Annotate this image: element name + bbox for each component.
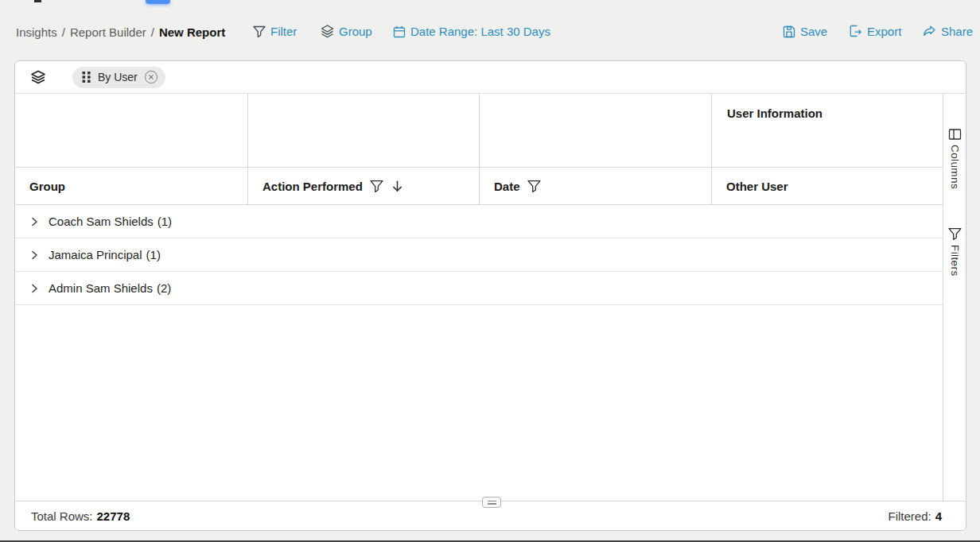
drag-line: [488, 501, 496, 502]
group-row-jamaica-principal[interactable]: Jamaica Principal (1): [15, 238, 945, 272]
date-range-button[interactable]: Date Range: Last 30 Days: [393, 25, 550, 38]
breadcrumb-insights[interactable]: Insights: [16, 25, 57, 39]
filter-icon: [253, 25, 266, 38]
side-panel-tabs: Columns Filters: [943, 94, 966, 501]
group-button-label: Group: [339, 25, 372, 38]
tab-filters-label: Filters: [949, 245, 961, 277]
breadcrumb-report-builder[interactable]: Report Builder: [70, 25, 146, 39]
total-rows-value: 22778: [97, 509, 130, 523]
column-header-date[interactable]: Date: [480, 168, 712, 204]
save-icon: [783, 25, 795, 38]
column-group-title: User Information: [712, 94, 945, 120]
save-button[interactable]: Save: [783, 25, 827, 38]
total-rows-label: Total Rows:: [31, 509, 93, 523]
date-range-button-label: Date Range: Last 30 Days: [410, 25, 550, 38]
chevron-right-icon[interactable]: [29, 250, 40, 261]
grouping-bar: By User: [15, 61, 966, 94]
group-row-label: Jamaica Principal: [49, 248, 142, 261]
column-header-label: Other User: [726, 180, 788, 193]
group-row-coach-sam-shields[interactable]: Coach Sam Shields (1): [15, 205, 945, 238]
group-row-label: Admin Sam Shields: [49, 281, 153, 295]
share-button[interactable]: Share: [923, 25, 973, 38]
breadcrumb-separator: /: [151, 25, 154, 39]
column-header-action-performed[interactable]: Action Performed: [248, 168, 480, 204]
drag-line: [488, 503, 496, 505]
report-table-card: By User User Information Group Action Pe…: [14, 60, 966, 531]
tab-filters[interactable]: Filters: [948, 227, 962, 277]
tab-columns-label: Columns: [949, 145, 961, 189]
grid-icon: [82, 71, 91, 83]
filtered-label: Filtered:: [888, 509, 931, 523]
group-chip-label: By User: [98, 71, 138, 83]
table-body: Coach Sam Shields (1) Jamaica Principal …: [15, 205, 945, 305]
chevron-right-icon[interactable]: [29, 283, 40, 294]
group-chip-by-user[interactable]: By User: [72, 67, 165, 88]
breadcrumb-current-page: New Report: [159, 25, 225, 39]
top-clipped-text-fragment: [34, 0, 41, 2]
group-header-cell-empty: [248, 94, 480, 167]
grouping-layers-icon[interactable]: [30, 70, 46, 85]
column-group-header-row: User Information: [15, 94, 945, 168]
save-button-label: Save: [800, 25, 827, 38]
breadcrumb: Insights / Report Builder / New Report: [16, 25, 225, 39]
group-row-admin-sam-shields[interactable]: Admin Sam Shields (2): [15, 272, 945, 305]
columns-icon: [948, 128, 962, 141]
chevron-right-icon[interactable]: [29, 216, 40, 227]
filter-button-label: Filter: [270, 25, 297, 38]
column-header-label: Action Performed: [262, 180, 363, 193]
group-row-label: Coach Sam Shields: [49, 215, 154, 228]
column-header-label: Group: [29, 180, 65, 193]
filter-button[interactable]: Filter: [253, 25, 297, 38]
top-clipped-tab-indicator: [146, 0, 170, 4]
layers-icon: [321, 25, 334, 38]
close-icon[interactable]: [144, 70, 158, 84]
share-icon: [923, 25, 936, 38]
filtered-value: 4: [935, 509, 942, 523]
export-button[interactable]: Export: [849, 25, 901, 38]
column-header-label: Date: [494, 180, 520, 193]
group-header-cell-user-information: User Information: [712, 94, 945, 167]
share-button-label: Share: [941, 25, 973, 38]
tab-columns[interactable]: Columns: [948, 128, 962, 189]
column-header-other-user[interactable]: Other User: [712, 168, 945, 204]
sort-descending-icon[interactable]: [391, 180, 404, 193]
column-header-row: Group Action Performed Date Other User: [15, 168, 945, 205]
report-builder-screen: Insights / Report Builder / New Report F…: [0, 0, 980, 542]
export-icon: [849, 25, 862, 38]
column-header-group[interactable]: Group: [15, 168, 248, 204]
column-filter-icon[interactable]: [370, 180, 383, 193]
group-row-count: (1): [158, 215, 172, 228]
export-button-label: Export: [867, 25, 901, 38]
group-button[interactable]: Group: [321, 25, 372, 38]
group-header-cell-empty: [15, 94, 248, 167]
group-row-count: (1): [146, 248, 161, 261]
column-filter-icon[interactable]: [527, 180, 541, 193]
calendar-icon: [393, 25, 406, 38]
breadcrumb-separator: /: [62, 25, 65, 39]
group-row-count: (2): [157, 281, 171, 295]
group-header-cell-empty: [480, 94, 712, 167]
filtered-rows: Filtered:4: [888, 509, 942, 523]
filters-icon: [948, 227, 962, 241]
panel-resize-handle[interactable]: [482, 497, 501, 508]
total-rows: Total Rows:22778: [31, 509, 130, 523]
